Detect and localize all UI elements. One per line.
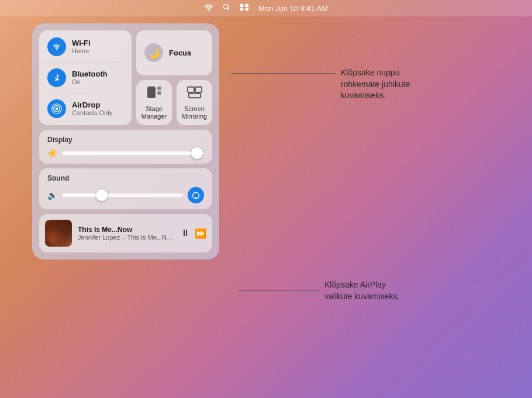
sound-block[interactable]: Sound 🔈 — [39, 168, 212, 209]
svg-rect-10 — [187, 86, 194, 92]
wifi-title: Wi-Fi — [72, 39, 91, 48]
svg-rect-8 — [157, 86, 161, 90]
stage-manager-icon — [147, 86, 162, 102]
svg-point-4 — [56, 108, 58, 110]
bluetooth-icon[interactable] — [47, 68, 66, 87]
svg-rect-7 — [147, 86, 156, 98]
wifi-menubar-icon[interactable] — [204, 4, 213, 13]
stage-manager-button[interactable]: Stage Manager — [136, 80, 172, 125]
volume-icon: 🔈 — [47, 191, 57, 200]
annotation-1-text-line2: rohkemate juhikute — [341, 79, 410, 91]
airdrop-subtitle: Contacts Only — [72, 109, 112, 117]
playback-controls: ⏸ ⏩ — [181, 228, 206, 239]
annotation-1-text-line1: Klõpsake nuppu — [341, 67, 410, 79]
top-row: Wi-Fi Home Bluetooth On — [39, 30, 212, 125]
brightness-icon: ☀️ — [47, 148, 57, 158]
volume-slider[interactable] — [62, 193, 183, 197]
wifi-text: Wi-Fi Home — [72, 39, 91, 56]
bottom-buttons: Stage Manager Screen Mirroring — [136, 80, 212, 125]
connectivity-block[interactable]: Wi-Fi Home Bluetooth On — [39, 30, 132, 125]
screen-mirroring-label: Screen Mirroring — [180, 105, 209, 120]
focus-block[interactable]: 🌙 Focus — [136, 30, 212, 75]
focus-icon: 🌙 — [144, 43, 163, 62]
menu-bar: Mon Jun 10 9:41 AM — [0, 0, 532, 16]
annotation-2: Klõpsake AirPlay valikute kuvamiseks. — [238, 279, 399, 302]
svg-rect-9 — [157, 91, 161, 95]
search-menubar-icon[interactable] — [223, 4, 230, 13]
focus-title: Focus — [169, 49, 191, 57]
airdrop-text: AirDrop Contacts Only — [72, 101, 112, 117]
divider-2 — [46, 93, 125, 94]
now-playing-block[interactable]: This Is Me...Now Jennifer Lopez – This I… — [39, 214, 212, 252]
display-block[interactable]: Display ☀️ — [39, 130, 212, 164]
svg-rect-1 — [245, 4, 248, 8]
divider-1 — [46, 62, 125, 63]
airdrop-icon[interactable] — [47, 99, 66, 118]
annotation-1: Klõpsake nuppu rohkemate juhikute kuvami… — [231, 67, 410, 102]
svg-rect-12 — [188, 93, 200, 97]
right-col: 🌙 Focus Stage Manager — [136, 30, 212, 125]
menu-bar-time: Mon Jun 10 9:41 AM — [258, 4, 328, 13]
menu-bar-center: Mon Jun 10 9:41 AM — [204, 4, 328, 13]
screen-mirroring-button[interactable]: Screen Mirroring — [177, 80, 212, 125]
annotation-2-text-line1: Klõpsake AirPlay — [324, 279, 399, 291]
airdrop-title: AirDrop — [72, 101, 112, 110]
annotation-2-text-line2: valikute kuvamiseks. — [324, 291, 399, 303]
sound-slider-row: 🔈 — [47, 187, 204, 203]
skip-forward-button[interactable]: ⏩ — [195, 228, 206, 239]
brightness-slider[interactable] — [62, 151, 204, 155]
airdrop-item[interactable]: AirDrop Contacts Only — [47, 99, 123, 118]
bluetooth-text: Bluetooth On — [72, 70, 108, 86]
display-slider-row: ☀️ — [47, 148, 204, 158]
now-playing-info: This Is Me...Now Jennifer Lopez – This I… — [78, 226, 175, 241]
display-label: Display — [47, 136, 204, 144]
bluetooth-subtitle: On — [72, 78, 108, 86]
airplay-button[interactable] — [188, 187, 204, 203]
now-playing-title: This Is Me...Now — [78, 226, 175, 234]
annotation-1-text-line3: kuvamiseks. — [341, 90, 410, 102]
sound-label: Sound — [47, 174, 204, 182]
annotation-1-connector — [231, 67, 336, 74]
bluetooth-title: Bluetooth — [72, 70, 108, 79]
wifi-item[interactable]: Wi-Fi Home — [47, 37, 123, 56]
annotation-1-line — [231, 73, 336, 74]
annotation-1-text-block: Klõpsake nuppu rohkemate juhikute kuvami… — [341, 67, 410, 102]
svg-rect-11 — [195, 86, 201, 92]
svg-rect-0 — [240, 4, 244, 8]
screen-mirroring-icon — [187, 86, 202, 102]
svg-rect-3 — [245, 8, 248, 11]
controlcenter-menubar-icon[interactable] — [240, 4, 249, 13]
stage-manager-label: Stage Manager — [140, 105, 168, 120]
wifi-icon[interactable] — [47, 37, 66, 56]
pause-button[interactable]: ⏸ — [181, 228, 190, 238]
album-art — [45, 220, 72, 247]
bluetooth-item[interactable]: Bluetooth On — [47, 68, 123, 87]
control-center-panel: Wi-Fi Home Bluetooth On — [32, 23, 219, 259]
svg-rect-2 — [240, 8, 244, 11]
annotation-2-text-block: Klõpsake AirPlay valikute kuvamiseks. — [324, 279, 399, 302]
wifi-subtitle: Home — [72, 47, 91, 55]
annotation-2-line — [238, 290, 320, 291]
now-playing-artist: Jennifer Lopez – This Is Me...Now — [78, 234, 175, 241]
